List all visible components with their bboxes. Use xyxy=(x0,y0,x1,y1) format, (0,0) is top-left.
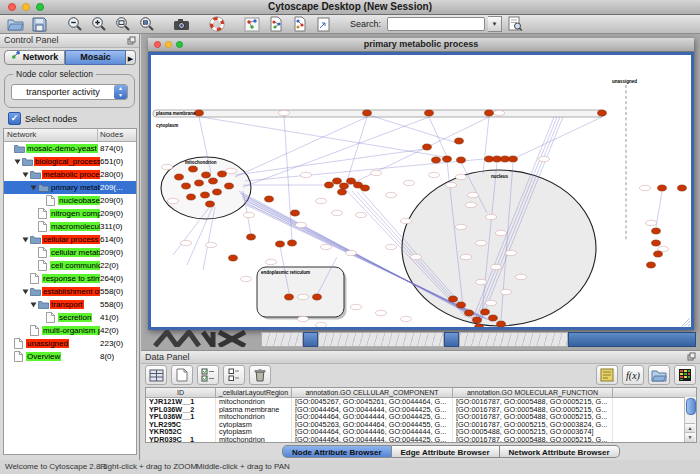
network-tree-row[interactable]: unassigned223(0) xyxy=(4,337,136,350)
network-node[interactable] xyxy=(678,185,687,191)
expander-icon[interactable] xyxy=(22,236,30,243)
tree-col-nodes[interactable]: Nodes xyxy=(98,129,136,141)
table-row[interactable]: YDR039C__1mitochondrion[GO:0044464, GO:0… xyxy=(146,436,696,443)
network-node[interactable] xyxy=(501,156,510,162)
select-attributes-icon[interactable] xyxy=(197,365,219,385)
table-row[interactable]: YLR295Ccytoplasm[GO:0045263, GO:0044464,… xyxy=(146,421,696,429)
table-row[interactable]: YPL036W__2plasma membrane[GO:0044464, GO… xyxy=(146,406,696,414)
network-node[interactable] xyxy=(457,302,466,308)
table-column-header[interactable]: _cellularLayoutRegion xyxy=(216,388,292,397)
network-tree-row[interactable]: cell communicat22(0) xyxy=(4,259,136,272)
table-cell[interactable]: plasma membrane xyxy=(216,406,292,414)
table-row[interactable]: YJR121W__1mitochondrion[GO:0045267, GO:0… xyxy=(146,398,696,406)
tab-network-attribute-browser[interactable]: Network Attribute Browser xyxy=(500,445,620,458)
network-node[interactable] xyxy=(652,240,661,246)
expander-icon[interactable] xyxy=(30,301,38,308)
close-window-button[interactable] xyxy=(8,3,16,11)
network-node[interactable] xyxy=(485,110,494,116)
table-column-header[interactable]: annotation.GO MOLECULAR_FUNCTION xyxy=(453,388,613,397)
table-cell[interactable]: [GO:0044464, GO:0044444, GO:0044425, G..… xyxy=(292,413,453,421)
function-builder-icon[interactable]: f(x) xyxy=(622,365,644,385)
network-node[interactable] xyxy=(291,210,300,216)
network-node[interactable] xyxy=(175,174,184,180)
network-node[interactable] xyxy=(201,192,210,198)
select-nodes-checkbox[interactable]: ✓ xyxy=(8,112,21,125)
network-node[interactable] xyxy=(493,156,502,162)
expander-icon[interactable] xyxy=(22,171,30,178)
network-tree-row[interactable]: cellular metabo209(0) xyxy=(4,246,136,259)
network-node[interactable] xyxy=(489,315,498,321)
snapshot-icon[interactable] xyxy=(171,16,192,33)
network-tree-row[interactable]: secretion41(0) xyxy=(4,311,136,324)
overview-icon[interactable] xyxy=(241,16,262,33)
table-scrollbar[interactable]: ▲ ▼ xyxy=(684,397,696,442)
delete-attribute-icon[interactable] xyxy=(249,365,271,385)
network-node[interactable] xyxy=(658,185,667,191)
scrollbar-thumb[interactable] xyxy=(686,398,696,415)
network-node[interactable] xyxy=(265,196,274,202)
network-tree-row[interactable]: primary metab209(... xyxy=(4,181,136,194)
node-color-combo[interactable]: transporter activity ▲▼ xyxy=(11,84,128,100)
float-panel-icon[interactable] xyxy=(687,352,696,363)
save-session-icon[interactable] xyxy=(29,16,50,33)
table-cell[interactable]: mitochondrion xyxy=(216,398,292,406)
network-node[interactable] xyxy=(432,157,441,163)
table-cell[interactable]: YKR052C xyxy=(146,428,216,436)
show-attributes-icon[interactable] xyxy=(145,365,167,385)
network-tree-row[interactable]: nucleobase-209(0) xyxy=(4,194,136,207)
network-node[interactable] xyxy=(195,110,204,116)
network-node[interactable] xyxy=(189,166,198,172)
zoom-in-icon[interactable] xyxy=(88,16,109,33)
network-node[interactable] xyxy=(423,144,432,150)
network-node[interactable] xyxy=(363,110,372,116)
table-cell[interactable]: cytoplasm xyxy=(216,421,292,429)
unselect-attributes-icon[interactable] xyxy=(223,365,245,385)
table-column-header[interactable]: annotation.GO CELLULAR_COMPONENT xyxy=(292,388,453,397)
table-cell[interactable]: [GO:0016787, GO:0005488, GO:0005215, G..… xyxy=(453,436,613,443)
network-tree-row[interactable]: multi-organism pro42(0) xyxy=(4,324,136,337)
table-cell[interactable]: YPL036W__2 xyxy=(146,406,216,414)
network-node[interactable] xyxy=(182,183,191,189)
tab-overflow-arrow[interactable]: ▶ xyxy=(126,50,136,65)
tab-network[interactable]: Network xyxy=(4,50,65,65)
window-fragment[interactable] xyxy=(318,332,444,347)
table-cell[interactable]: [GO:0016787, GO:0005488, GO:0005215, G..… xyxy=(453,413,613,421)
network-node[interactable] xyxy=(481,309,490,315)
network-node[interactable] xyxy=(497,321,506,327)
network-node[interactable] xyxy=(218,171,227,177)
network-node[interactable] xyxy=(473,317,482,323)
table-cell[interactable]: YJR121W__1 xyxy=(146,398,216,406)
network-node[interactable] xyxy=(202,172,211,178)
open-session-icon[interactable] xyxy=(5,16,26,33)
zoom-selected-icon[interactable] xyxy=(136,16,157,33)
import-network-file-icon[interactable] xyxy=(265,16,286,33)
network-node[interactable] xyxy=(652,228,661,234)
table-cell[interactable]: [GO:0016787, GO:0005488, GO:0005215, G..… xyxy=(453,406,613,414)
annotation-icon[interactable] xyxy=(313,16,334,33)
table-cell[interactable]: [GO:0044464, GO:0044444, GO:0044425, G..… xyxy=(292,406,453,414)
table-column-header[interactable]: ID xyxy=(146,388,216,397)
zoom-window-button[interactable] xyxy=(36,3,44,11)
panel-settings-icon[interactable] xyxy=(596,365,618,385)
network-tree-row[interactable]: metabolic process280(0) xyxy=(4,168,136,181)
expander-icon[interactable] xyxy=(22,288,30,295)
tab-edge-attribute-browser[interactable]: Edge Attribute Browser xyxy=(392,445,500,458)
table-row[interactable]: YPL036W__1mitochondrion[GO:0044464, GO:0… xyxy=(146,413,696,421)
table-cell[interactable]: YDR039C__1 xyxy=(146,436,216,443)
network-node[interactable] xyxy=(338,189,347,195)
view-zoom-button[interactable] xyxy=(176,41,183,48)
network-node[interactable] xyxy=(229,255,238,261)
resize-grip-icon[interactable] xyxy=(680,316,691,327)
network-node[interactable] xyxy=(475,324,484,327)
network-tree-row[interactable]: establishment of lo558(0) xyxy=(4,285,136,298)
tab-mosaic[interactable]: Mosaic xyxy=(65,50,126,65)
expander-icon[interactable] xyxy=(30,184,38,191)
table-cell[interactable]: [GO:0045263, GO:0044464, GO:0044455, G..… xyxy=(292,421,453,429)
scroll-down-icon[interactable]: ▼ xyxy=(685,432,695,442)
network-node[interactable] xyxy=(457,157,466,163)
table-cell[interactable]: YPL036W__1 xyxy=(146,413,216,421)
network-tree-row[interactable]: nitrogen compo209(0) xyxy=(4,207,136,220)
network-node[interactable] xyxy=(288,240,297,246)
network-node[interactable] xyxy=(285,294,294,300)
network-node[interactable] xyxy=(465,310,474,316)
